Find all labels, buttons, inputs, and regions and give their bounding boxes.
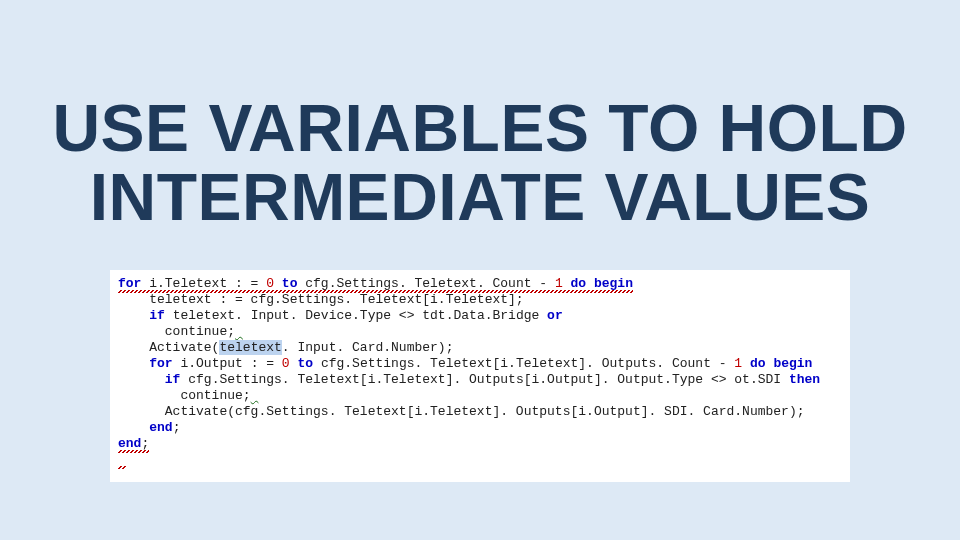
keyword-end: end: [149, 420, 172, 435]
slide: USE VARIABLES TO HOLD INTERMEDIATE VALUE…: [0, 0, 960, 540]
keyword-or: or: [547, 308, 563, 323]
code-line-4: continue;: [118, 324, 243, 339]
code-panel: for i.Teletext : = 0 to cfg.Settings. Te…: [110, 270, 850, 482]
keyword-to: to: [297, 356, 313, 371]
code-line-3: if teletext. Input. Device.Type <> tdt.D…: [118, 308, 563, 323]
highlighted-text: teletext: [219, 340, 281, 355]
keyword-do: do: [571, 276, 587, 291]
code-line-10: end;: [118, 420, 180, 435]
code-line-5: Activate(teletext. Input. Card.Number);: [118, 340, 453, 355]
keyword-for: for: [149, 356, 172, 371]
keyword-to: to: [282, 276, 298, 291]
code-line-12: [118, 452, 126, 467]
code-line-7: if cfg.Settings. Teletext[i.Teletext]. O…: [118, 372, 820, 387]
code-line-11: end;: [118, 436, 149, 451]
keyword-begin: begin: [773, 356, 812, 371]
code-line-6: for i.Output : = 0 to cfg.Settings. Tele…: [118, 356, 812, 371]
keyword-begin: begin: [594, 276, 633, 291]
keyword-then: then: [789, 372, 820, 387]
title-line-2: INTERMEDIATE VALUES: [0, 163, 960, 232]
keyword-if: if: [165, 372, 181, 387]
code-line-9: Activate(cfg.Settings. Teletext[i.Telete…: [118, 404, 805, 419]
code-line-1: for i.Teletext : = 0 to cfg.Settings. Te…: [118, 276, 633, 291]
keyword-for: for: [118, 276, 141, 291]
keyword-end: end: [118, 436, 141, 451]
spellcheck-squiggle: [251, 388, 259, 403]
spellcheck-squiggle: [235, 324, 243, 339]
title-line-1: USE VARIABLES TO HOLD: [0, 94, 960, 163]
slide-title: USE VARIABLES TO HOLD INTERMEDIATE VALUE…: [0, 0, 960, 233]
keyword-if: if: [149, 308, 165, 323]
code-line-2: teletext : = cfg.Settings. Teletext[i.Te…: [118, 292, 524, 307]
keyword-do: do: [750, 356, 766, 371]
code-line-8: continue;: [118, 388, 258, 403]
